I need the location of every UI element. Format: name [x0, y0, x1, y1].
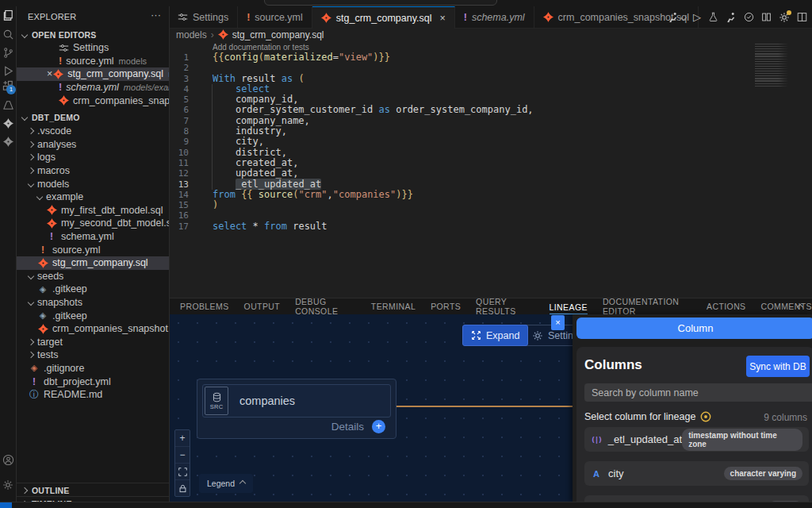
breadcrumb-file[interactable]: stg_crm_company.sql	[232, 29, 324, 40]
activity-accounts-icon[interactable]	[1, 452, 15, 467]
code-line[interactable]: 3With result as (	[169, 74, 812, 84]
tree-item-my-second-dbt-model-sql[interactable]: my_second_dbt_model.sql	[17, 217, 169, 230]
tree-item-analyses[interactable]: analyses	[17, 138, 169, 152]
expand-button[interactable]: Expand	[462, 325, 528, 346]
activity-settings-gear-icon[interactable]	[1, 478, 15, 492]
close-icon[interactable]: ×	[439, 13, 445, 24]
tree-item--gitkeep[interactable]: ◈.gitkeep	[17, 309, 169, 322]
code-line[interactable]: 13 _etl_updated_at	[169, 179, 812, 190]
activity-source-control-icon[interactable]	[1, 45, 15, 60]
close-lineage-button[interactable]: ×	[551, 315, 565, 330]
split-editor-button[interactable]	[797, 12, 807, 22]
open-editor-item[interactable]: !schema.ymlmodels/example	[17, 81, 169, 94]
codelens-link[interactable]: Add documentation or tests	[213, 43, 309, 52]
activity-dbt-power-user-icon[interactable]	[1, 134, 15, 148]
code-line[interactable]: 12 updated_at,	[169, 168, 812, 179]
zoom-out-button[interactable]: −	[175, 447, 190, 464]
tree-item-logs[interactable]: logs	[17, 151, 169, 164]
open-editor-item[interactable]: crm_companies_snapshot.sq...	[17, 94, 169, 107]
panel-tab-problems[interactable]: PROBLEMS	[180, 302, 229, 311]
more-actions-icon[interactable]: ···	[151, 9, 161, 21]
panel-tab-query-results[interactable]: QUERY RESULTS	[476, 297, 534, 316]
panel-tab-actions[interactable]: ACTIONS	[707, 302, 745, 311]
activity-run-debug-icon[interactable]	[1, 64, 15, 78]
close-icon[interactable]: ×	[47, 68, 52, 79]
lineage-node-companies[interactable]: SRC companies Details +	[197, 379, 396, 439]
panel-tab-ports[interactable]: PORTS	[431, 302, 461, 311]
activity-azure-icon[interactable]	[1, 98, 15, 112]
expand-node-button[interactable]: +	[372, 420, 385, 433]
project-root[interactable]: DBT_DEMO	[17, 110, 169, 124]
run-model-button[interactable]	[668, 12, 686, 23]
lock-button[interactable]	[175, 480, 190, 496]
tree-item-my-first-dbt-model-sql[interactable]: my_first_dbt_model.sql	[17, 204, 169, 217]
column-row-_etl_updated_at[interactable]: (|)_etl_updated_attimestamp without time…	[584, 427, 809, 452]
panel-tab-terminal[interactable]: TERMINAL	[371, 302, 416, 311]
tree-item--gitignore[interactable]: ◈.gitignore	[17, 362, 169, 375]
minimap[interactable]	[755, 44, 788, 87]
breadcrumb[interactable]: models › stg_crm_company.sql	[169, 28, 812, 41]
node-title-box[interactable]: SRC companies	[202, 384, 391, 418]
remote-indicator[interactable]	[0, 502, 12, 508]
column-tab-button[interactable]: Column	[576, 318, 812, 339]
legend-toggle[interactable]: Legend	[199, 474, 253, 493]
column-row-city[interactable]: Acitycharacter varying	[584, 461, 809, 486]
breadcrumb-folder[interactable]: models	[176, 29, 207, 40]
tab-Settings[interactable]: Settings	[169, 6, 238, 28]
code-line[interactable]: 7 company_name,	[169, 116, 812, 126]
activity-dbt-icon[interactable]	[1, 116, 15, 130]
open-editor-item[interactable]: ×stg_crm_company.sqlmodels	[17, 67, 169, 81]
tab-stg-crm-company-sql[interactable]: stg_crm_company.sql×	[312, 6, 455, 29]
tree-item-snapshots[interactable]: snapshots	[17, 296, 169, 310]
code-line[interactable]: 15)	[169, 200, 812, 210]
validate-button[interactable]	[744, 12, 754, 22]
panel-tab-documentation-editor[interactable]: DOCUMENTATION EDITOR	[603, 297, 691, 316]
tree-item-tests[interactable]: tests	[17, 348, 169, 362]
tree-item-schema-yml[interactable]: !schema.yml	[17, 230, 169, 244]
code-line[interactable]: 8 industry,	[169, 126, 812, 137]
fit-view-button[interactable]	[175, 464, 190, 480]
tab-source-yml[interactable]: !source.yml	[238, 6, 312, 28]
outline-section[interactable]: OUTLINE	[17, 483, 169, 497]
tree-item-seeds[interactable]: seeds	[17, 270, 169, 283]
code-line[interactable]: 4 select	[169, 84, 812, 94]
tree-item-example[interactable]: example	[17, 190, 169, 204]
code-line[interactable]: 10 district,	[169, 148, 812, 158]
code-line[interactable]: 11 created_at,	[169, 158, 812, 168]
open-editor-item[interactable]: !source.ymlmodels	[17, 55, 169, 68]
test-model-button[interactable]	[708, 12, 718, 22]
column-search-input[interactable]	[584, 383, 812, 402]
tree-item-crm-companies-snapshot-sql[interactable]: crm_companies_snapshot.sql	[17, 322, 169, 336]
code-editor[interactable]: Add documentation or tests 1{{config(mat…	[169, 41, 812, 298]
tree-item-dbt-project-yml[interactable]: !dbt_project.yml	[17, 375, 169, 388]
code-line[interactable]: 14from {{ source("crm","companies")}}	[169, 190, 812, 200]
activity-explorer-icon[interactable]	[1, 8, 15, 22]
eye-icon[interactable]	[700, 411, 711, 422]
tree-item-macros[interactable]: macros	[17, 164, 169, 178]
code-line[interactable]: 1{{config(materialized="view")}}	[169, 52, 812, 63]
settings-badge-button[interactable]	[779, 12, 790, 23]
code-line[interactable]: 5 company_id,	[169, 94, 812, 105]
panel-tab-lineage[interactable]: LINEAGE	[550, 302, 588, 314]
code-line[interactable]: 17select * from result	[169, 221, 812, 232]
sync-with-db-button[interactable]: Sync with DB	[746, 356, 810, 377]
open-editors-header[interactable]: OPEN EDITORS	[17, 28, 169, 41]
tree-item-README-md[interactable]: ⓘREADME.md	[17, 388, 169, 402]
panel-tab-output[interactable]: OUTPUT	[244, 302, 281, 311]
tree-item-target[interactable]: target	[17, 336, 169, 349]
open-docs-button[interactable]	[761, 12, 772, 22]
node-details-label[interactable]: Details	[331, 421, 364, 433]
code-line[interactable]: 16	[169, 210, 812, 221]
tree-item--gitkeep[interactable]: ◈.gitkeep	[17, 283, 169, 296]
command-center[interactable]	[264, 0, 497, 6]
column-row-company_id[interactable]: #company_idbigint	[584, 495, 809, 502]
run-test-button[interactable]	[726, 12, 737, 23]
panel-tab-debug-console[interactable]: DEBUG CONSOLE	[295, 297, 356, 316]
activity-search-icon[interactable]	[1, 27, 15, 41]
zoom-in-button[interactable]: +	[175, 430, 190, 447]
code-line[interactable]: 9 city,	[169, 137, 812, 147]
code-line[interactable]: 2	[169, 63, 812, 73]
tree-item-models[interactable]: models	[17, 177, 169, 190]
tree-item-source-yml[interactable]: !source.yml	[17, 243, 169, 256]
panel-tab-comments[interactable]: COMMENTS	[761, 302, 812, 311]
